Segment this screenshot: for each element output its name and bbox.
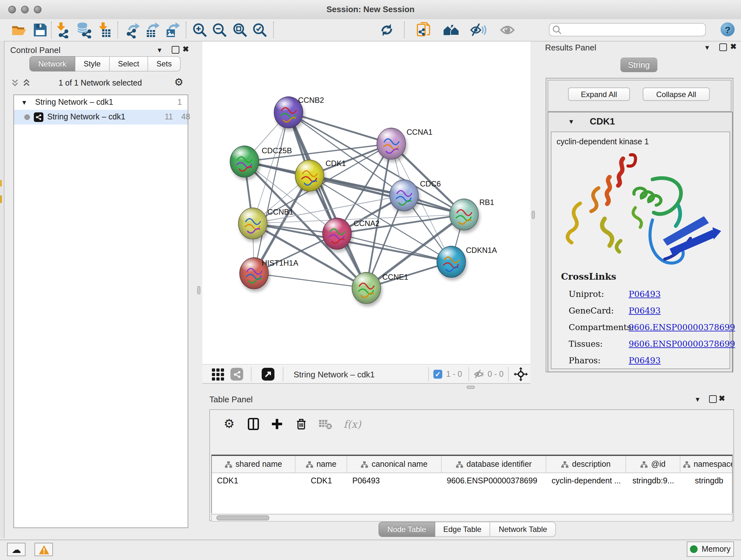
- column-header-database-identifier[interactable]: database identifier: [442, 456, 546, 473]
- zoom-selected-button[interactable]: [251, 21, 269, 39]
- table-row[interactable]: CDK1CDK1P064939606.ENSP00000378699cyclin…: [212, 473, 732, 489]
- network-edge-ccnb2-ccne1[interactable]: [288, 112, 366, 288]
- network-tree-root-row[interactable]: ▼ String Network – cdk1 1: [14, 95, 188, 110]
- splitter-handle[interactable]: [532, 211, 535, 219]
- help-button[interactable]: ?: [721, 22, 735, 37]
- column-header-description[interactable]: description: [546, 456, 626, 473]
- export-network-button[interactable]: [123, 21, 141, 39]
- control-panel-float-icon[interactable]: [172, 46, 179, 54]
- column-header-namespace[interactable]: namespace: [680, 456, 733, 473]
- delete-table-button-disabled[interactable]: [317, 416, 334, 432]
- network-edge-ccnb2-hist1h1a[interactable]: [254, 112, 288, 273]
- zoom-fit-button[interactable]: [231, 21, 249, 39]
- share-icon: [230, 368, 243, 381]
- column-header-name[interactable]: name: [295, 456, 347, 473]
- splitter-handle[interactable]: [197, 286, 200, 294]
- tab-style[interactable]: Style: [75, 56, 110, 71]
- fit-selected-button[interactable]: [514, 367, 528, 381]
- column-header-canonical-name[interactable]: canonical name: [347, 456, 442, 473]
- network-node-cdc25b[interactable]: [230, 145, 259, 178]
- tab-sets[interactable]: Sets: [148, 56, 181, 71]
- tab-network-table[interactable]: Network Table: [490, 522, 556, 537]
- network-tree-child-row[interactable]: String Network – cdk1 11 48: [14, 110, 188, 125]
- column-header-label: database identifier: [467, 460, 532, 469]
- search-input[interactable]: [562, 25, 703, 34]
- open-session-button[interactable]: [10, 21, 28, 39]
- control-panel-close-icon[interactable]: ✖: [183, 45, 189, 53]
- results-panel-close-icon[interactable]: ✖: [730, 43, 737, 51]
- table-horizontal-scrollbar[interactable]: [211, 514, 733, 522]
- hidden-elements-button[interactable]: [473, 367, 484, 381]
- export-image-button[interactable]: [163, 21, 181, 39]
- show-columns-button[interactable]: [245, 416, 262, 432]
- detach-view-button[interactable]: [262, 367, 274, 381]
- network-node-cdc6[interactable]: [389, 179, 419, 211]
- network-node-cdk1[interactable]: [295, 160, 324, 192]
- string-home-button[interactable]: [442, 21, 460, 39]
- export-table-button[interactable]: [144, 21, 161, 39]
- toolbar-separator: [186, 22, 186, 38]
- network-share-button[interactable]: [230, 367, 243, 381]
- tab-node-table[interactable]: Node Table: [379, 522, 435, 537]
- gene-section-expander-icon[interactable]: ▼: [568, 118, 575, 125]
- table-panel-float-icon[interactable]: [709, 395, 717, 403]
- table-panel-dropdown-icon[interactable]: ▼: [694, 396, 701, 403]
- column-header--id[interactable]: @id: [626, 456, 680, 473]
- collapse-all-button[interactable]: Collapse All: [643, 87, 710, 101]
- memory-button[interactable]: Memory: [687, 542, 734, 557]
- results-panel-float-icon[interactable]: [719, 44, 727, 51]
- string-import-button[interactable]: [415, 21, 433, 39]
- scrollbar-thumb[interactable]: [216, 515, 269, 520]
- network-node-rb1[interactable]: [449, 199, 479, 231]
- network-node-ccne1[interactable]: [352, 272, 381, 304]
- collapse-all-chevrons-icon[interactable]: [11, 78, 19, 87]
- control-panel-dropdown-icon[interactable]: ▼: [156, 47, 163, 54]
- network-edge-ccnb2-ccna1[interactable]: [288, 112, 391, 144]
- expand-all-chevrons-icon[interactable]: [22, 78, 30, 87]
- import-table-file-button[interactable]: [95, 21, 113, 39]
- tab-string[interactable]: String: [620, 57, 657, 72]
- crosslink-value-link[interactable]: P06493: [629, 356, 661, 365]
- network-node-cdkn1a[interactable]: [436, 246, 466, 278]
- network-node-ccnb1[interactable]: [238, 207, 267, 240]
- birdseye-grid-button[interactable]: [212, 367, 224, 381]
- network-options-gear-icon[interactable]: ⚙: [174, 77, 184, 87]
- crosslink-value-link[interactable]: P06493: [629, 289, 661, 299]
- tab-edge-table[interactable]: Edge Table: [435, 522, 490, 537]
- protein-ribbon-thumbnail-icon: [230, 146, 259, 178]
- string-hide-glass-button[interactable]: [469, 21, 487, 39]
- zoom-in-button[interactable]: [191, 21, 209, 39]
- import-network-database-button[interactable]: [75, 21, 92, 39]
- crosslink-value-link[interactable]: 9606.ENSP00000378699: [629, 339, 735, 349]
- zoom-out-button[interactable]: [211, 21, 228, 39]
- current-network-bullet-icon: [24, 114, 30, 120]
- refresh-view-button[interactable]: [378, 21, 396, 39]
- results-panel-dropdown-icon[interactable]: ▼: [704, 44, 711, 52]
- expand-all-button[interactable]: Expand All: [568, 87, 630, 101]
- import-network-file-button[interactable]: [54, 21, 71, 39]
- table-panel-close-icon[interactable]: ✖: [719, 395, 725, 402]
- cloud-status-button[interactable]: ☁: [7, 543, 25, 556]
- add-function-button[interactable]: [269, 416, 285, 432]
- crosslink-value-link[interactable]: 9606.ENSP00000378699: [629, 322, 735, 332]
- save-session-button[interactable]: [31, 21, 49, 39]
- crosslink-value-link[interactable]: P06493: [629, 306, 661, 315]
- network-edge-hist1h1a-ccne1[interactable]: [254, 273, 366, 288]
- tab-network[interactable]: Network: [29, 56, 75, 71]
- toolbar-search-field[interactable]: [549, 23, 706, 37]
- network-node-ccna2[interactable]: [322, 218, 352, 250]
- splitter-handle[interactable]: [467, 386, 475, 389]
- window-titlebar[interactable]: Session: New Session: [0, 0, 741, 20]
- warnings-button[interactable]: [35, 543, 53, 556]
- tree-expander-icon[interactable]: ▼: [21, 99, 27, 106]
- show-hide-eye-button[interactable]: [498, 21, 516, 39]
- selected-checkbox[interactable]: ✓: [433, 367, 442, 381]
- column-header-shared-name[interactable]: shared name: [212, 456, 295, 473]
- network-canvas[interactable]: CCNB2CCNA1CDC25BCDK1CDC6RB1CCNB1CCNA2CDK…: [202, 42, 530, 364]
- delete-columns-button[interactable]: [293, 416, 310, 432]
- table-options-button[interactable]: ⚙: [221, 416, 238, 432]
- tab-select[interactable]: Select: [110, 56, 148, 71]
- network-tree: ▼ String Network – cdk1 1 String Network…: [13, 95, 188, 528]
- network-node-ccna1[interactable]: [377, 128, 406, 160]
- formula-builder-button-disabled[interactable]: f(x): [340, 416, 364, 432]
